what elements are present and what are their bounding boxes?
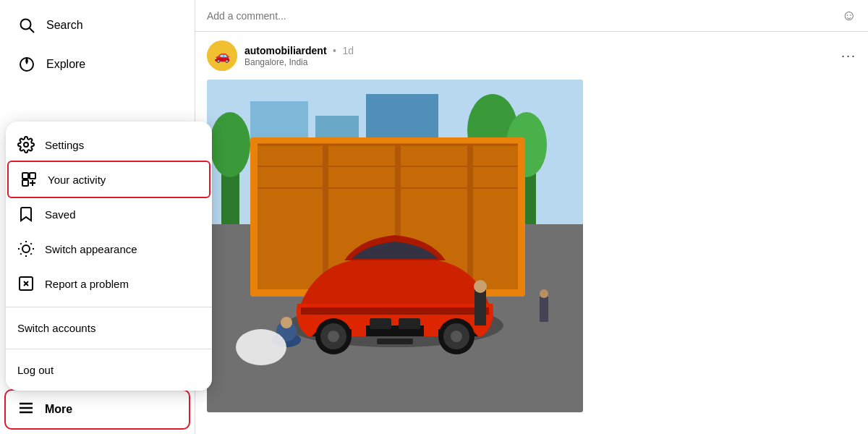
svg-point-0 <box>21 20 31 30</box>
emoji-button[interactable]: ☺ <box>842 7 856 24</box>
svg-rect-47 <box>301 307 489 315</box>
dropdown-report-label: Report a problem <box>45 278 129 290</box>
dropdown-item-log-out[interactable]: Log out <box>6 355 212 385</box>
search-icon <box>17 16 36 35</box>
svg-point-50 <box>328 331 339 342</box>
svg-line-15 <box>30 243 31 244</box>
dropdown-item-settings[interactable]: Settings <box>6 127 212 162</box>
post-header: 🚗 automobiliardent • 1d Bangalore, India… <box>195 32 868 80</box>
svg-line-11 <box>30 253 31 254</box>
svg-line-14 <box>20 253 21 254</box>
dropdown-menu: Settings Your activity Saved <box>6 122 212 391</box>
svg-point-53 <box>451 331 462 342</box>
avatar: 🚗 <box>207 41 237 71</box>
svg-rect-45 <box>370 318 391 329</box>
more-label: More <box>45 403 72 416</box>
svg-line-1 <box>30 28 34 33</box>
post-more-button[interactable]: ··· <box>841 48 856 64</box>
svg-line-10 <box>20 243 21 244</box>
comment-bar: ☺ <box>195 0 868 32</box>
comment-input[interactable] <box>207 10 833 22</box>
post-user-info: automobiliardent • 1d Bangalore, India <box>244 44 834 67</box>
sidebar: Search Explore Settings <box>0 0 195 434</box>
svg-rect-58 <box>475 289 486 326</box>
dropdown-divider-1 <box>6 307 212 307</box>
svg-rect-43 <box>467 145 473 297</box>
hamburger-icon <box>17 399 35 420</box>
svg-rect-46 <box>399 318 420 329</box>
activity-icon <box>20 171 38 188</box>
dropdown-item-switch-appearance[interactable]: Switch appearance <box>6 231 212 266</box>
dropdown-item-switch-accounts[interactable]: Switch accounts <box>6 313 212 343</box>
svg-point-62 <box>540 289 548 298</box>
svg-text:🚗: 🚗 <box>214 48 231 64</box>
sidebar-item-explore[interactable]: Explore <box>6 46 189 82</box>
post-username-line: automobiliardent • 1d <box>244 44 834 57</box>
dropdown-your-activity-label: Your activity <box>48 174 106 186</box>
post-separator: • <box>333 45 336 56</box>
settings-icon <box>17 136 35 153</box>
dropdown-item-saved[interactable]: Saved <box>6 197 212 231</box>
svg-point-59 <box>474 280 487 293</box>
dropdown-saved-label: Saved <box>45 208 76 221</box>
dropdown-item-your-activity[interactable]: Your activity <box>9 162 209 197</box>
saved-icon <box>17 205 35 223</box>
dropdown-divider-2 <box>6 349 212 349</box>
explore-icon <box>17 55 36 74</box>
dropdown-log-out-label: Log out <box>17 364 54 376</box>
more-button[interactable]: More <box>6 391 189 428</box>
svg-point-33 <box>210 112 250 177</box>
svg-rect-61 <box>540 297 548 322</box>
post-location: Bangalore, India <box>244 57 834 67</box>
svg-rect-6 <box>22 180 28 186</box>
post-time: 1d <box>342 45 354 56</box>
report-icon <box>17 275 35 292</box>
svg-point-7 <box>22 245 30 252</box>
dropdown-item-report-problem[interactable]: Report a problem <box>6 266 212 301</box>
post-image <box>207 80 583 412</box>
main-content: ☺ 🚗 automobiliardent • 1d Bangalore, Ind… <box>195 0 868 434</box>
sidebar-item-search[interactable]: Search <box>6 7 189 43</box>
dropdown-switch-appearance-label: Switch appearance <box>45 243 137 255</box>
dropdown-settings-label: Settings <box>45 139 84 151</box>
post-username: automobiliardent <box>244 45 327 56</box>
svg-rect-54 <box>377 339 413 344</box>
svg-point-3 <box>24 142 28 147</box>
svg-rect-4 <box>22 173 28 179</box>
sidebar-item-search-label: Search <box>46 19 83 32</box>
appearance-icon <box>17 240 35 258</box>
svg-rect-5 <box>30 173 35 179</box>
sidebar-item-explore-label: Explore <box>46 58 85 71</box>
svg-point-60 <box>236 329 286 365</box>
svg-point-57 <box>281 317 292 328</box>
dropdown-switch-accounts-label: Switch accounts <box>17 322 95 334</box>
